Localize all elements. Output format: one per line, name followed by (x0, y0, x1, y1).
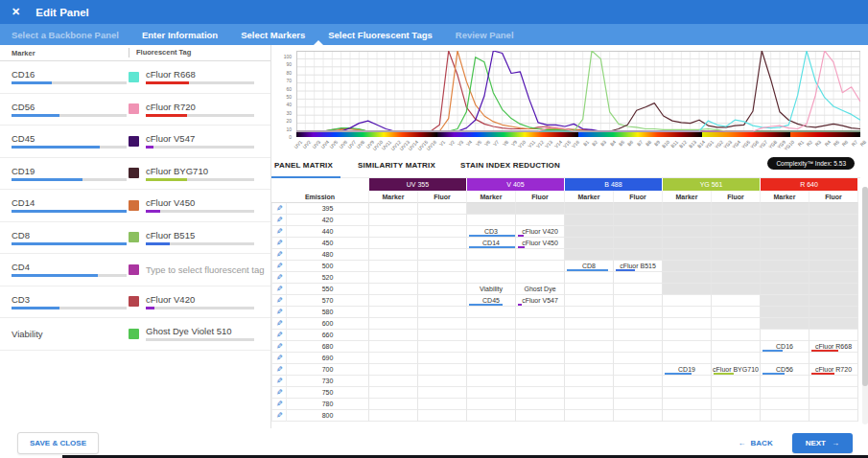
fluor-cell[interactable] (418, 387, 467, 399)
fluor-cell[interactable] (809, 353, 858, 364)
marker-cell[interactable] (369, 410, 418, 422)
marker-cell[interactable] (565, 295, 614, 307)
marker-cell[interactable] (565, 387, 614, 399)
fluor-cell[interactable] (809, 410, 858, 422)
fluor-cell[interactable] (516, 318, 565, 330)
marker-cell[interactable] (663, 353, 712, 364)
fluor-cell[interactable] (614, 203, 663, 215)
marker-field[interactable]: CD14 (0, 197, 129, 213)
marker-cell[interactable] (369, 387, 418, 399)
fluor-cell[interactable] (809, 226, 858, 238)
fluor-cell[interactable] (712, 238, 761, 249)
marker-cell[interactable] (369, 399, 418, 410)
fluor-cell[interactable]: Ghost Dye Violet (516, 284, 565, 295)
fluor-cell[interactable] (809, 284, 858, 295)
marker-cell[interactable] (369, 226, 418, 238)
marker-cell[interactable] (369, 203, 418, 215)
fluor-cell[interactable] (809, 399, 858, 410)
tab-enter-information[interactable]: Enter Information (142, 30, 218, 40)
marker-cell[interactable] (761, 307, 809, 318)
marker-cell[interactable] (467, 399, 516, 410)
marker-cell[interactable] (663, 410, 712, 422)
fluor-cell[interactable] (712, 284, 761, 295)
fluor-cell[interactable] (809, 238, 858, 249)
fluor-cell[interactable] (418, 353, 467, 364)
marker-cell[interactable] (761, 272, 809, 284)
fluor-cell[interactable] (418, 272, 467, 284)
marker-cell[interactable] (565, 249, 614, 261)
fluor-cell[interactable] (712, 399, 761, 410)
marker-cell[interactable] (565, 341, 614, 353)
marker-cell[interactable] (467, 387, 516, 399)
fluor-cell[interactable] (614, 318, 663, 330)
marker-cell[interactable] (663, 330, 712, 341)
fluor-cell[interactable] (516, 307, 565, 318)
marker-cell[interactable] (565, 376, 614, 387)
edit-pencil-icon[interactable]: ✎ (276, 249, 283, 261)
fluor-cell[interactable] (614, 353, 663, 364)
fluor-cell[interactable] (614, 376, 663, 387)
marker-cell[interactable] (663, 295, 712, 307)
marker-field[interactable]: Viability (0, 329, 129, 339)
tag-field[interactable]: cFluor R668 (129, 69, 254, 84)
marker-cell[interactable] (761, 318, 809, 330)
marker-cell[interactable] (565, 364, 614, 376)
marker-cell[interactable] (467, 261, 516, 272)
marker-cell[interactable] (467, 307, 516, 318)
fluor-cell[interactable] (516, 364, 565, 376)
fluor-cell[interactable] (418, 399, 467, 410)
marker-cell[interactable] (761, 261, 809, 272)
marker-cell[interactable] (467, 364, 516, 376)
fluor-cell[interactable]: cFluor V547 (516, 295, 565, 307)
marker-field[interactable]: CD8 (0, 230, 129, 245)
marker-cell[interactable] (369, 318, 418, 330)
fluor-cell[interactable] (418, 226, 467, 238)
fluor-cell[interactable] (614, 249, 663, 261)
fluor-cell[interactable] (516, 249, 565, 261)
fluor-cell[interactable] (712, 215, 761, 226)
fluor-cell[interactable]: cFluor BYG710 (712, 364, 761, 376)
tab-select-markers[interactable]: Select Markers (241, 30, 305, 40)
marker-cell[interactable] (565, 203, 614, 215)
edit-pencil-icon[interactable]: ✎ (276, 272, 283, 284)
fluor-cell[interactable] (809, 330, 858, 341)
marker-cell[interactable]: CD56 (761, 364, 809, 376)
fluor-cell[interactable] (809, 249, 858, 261)
marker-cell[interactable] (369, 364, 418, 376)
fluor-cell[interactable]: cFluor R720 (809, 364, 858, 376)
marker-cell[interactable] (467, 249, 516, 261)
edit-pencil-icon[interactable]: ✎ (276, 399, 283, 410)
fluor-cell[interactable] (712, 295, 761, 307)
edit-pencil-icon[interactable]: ✎ (276, 387, 283, 399)
fluor-cell[interactable] (614, 272, 663, 284)
marker-cell[interactable] (663, 261, 712, 272)
marker-cell[interactable] (565, 330, 614, 341)
marker-cell[interactable] (467, 203, 516, 215)
fluor-cell[interactable]: cFluor V450 (516, 238, 565, 249)
fluor-cell[interactable] (418, 203, 467, 215)
close-icon[interactable]: ✕ (12, 6, 20, 18)
fluor-cell[interactable] (418, 249, 467, 261)
fluor-cell[interactable] (614, 215, 663, 226)
marker-cell[interactable] (467, 215, 516, 226)
fluor-cell[interactable] (712, 226, 761, 238)
marker-cell[interactable] (369, 341, 418, 353)
marker-cell[interactable]: CD19 (663, 364, 712, 376)
marker-field[interactable]: CD3 (0, 294, 129, 309)
fluor-cell[interactable] (614, 341, 663, 353)
fluor-cell[interactable] (418, 376, 467, 387)
marker-cell[interactable] (663, 341, 712, 353)
marker-cell[interactable] (761, 376, 809, 387)
tag-field[interactable]: Ghost Dye Violet 510 (129, 326, 254, 341)
marker-cell[interactable] (369, 330, 418, 341)
marker-cell[interactable] (369, 261, 418, 272)
marker-cell[interactable] (761, 295, 809, 307)
fluor-cell[interactable] (712, 376, 761, 387)
marker-cell[interactable] (369, 272, 418, 284)
edit-pencil-icon[interactable]: ✎ (276, 341, 283, 353)
fluor-cell[interactable]: cFluor R668 (809, 341, 858, 353)
marker-cell[interactable] (565, 215, 614, 226)
edit-pencil-icon[interactable]: ✎ (276, 203, 283, 215)
fluor-cell[interactable] (712, 410, 761, 422)
fluor-cell[interactable] (516, 203, 565, 215)
